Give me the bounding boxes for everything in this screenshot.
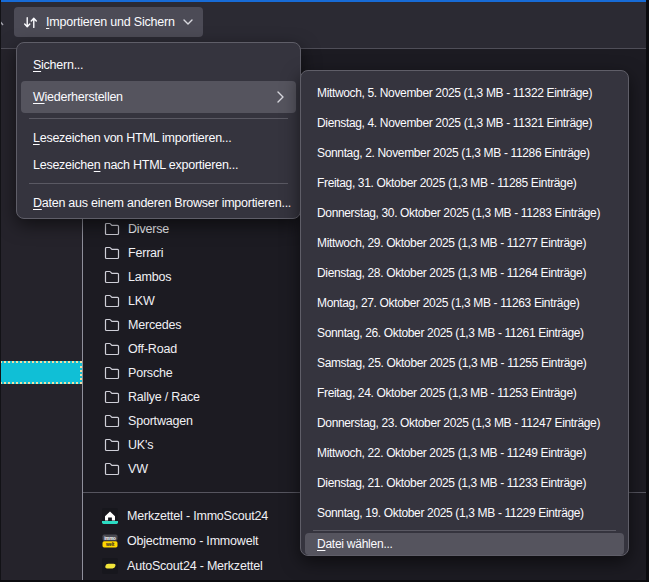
menu-separator xyxy=(29,118,288,119)
folder-icon xyxy=(104,341,120,357)
folder-label: Porsche xyxy=(128,366,172,380)
import-backup-menu: Sichern... Wiederherstellen Lesezeichen … xyxy=(16,42,301,219)
folder-icon xyxy=(104,389,120,405)
svg-text:welt: welt xyxy=(105,542,115,547)
folder-icon xyxy=(104,245,120,261)
bookmark-label: AutoScout24 - Merkzettel xyxy=(127,559,263,573)
folder-icon xyxy=(104,317,120,333)
sidebar-selected-item[interactable] xyxy=(0,361,82,384)
backup-entry[interactable]: Sonntag, 26. Oktober 2025 (1,3 MB - 1126… xyxy=(301,318,628,348)
menu-item-import-browser[interactable]: Daten aus einem anderen Browser importie… xyxy=(17,189,300,216)
import-backup-button[interactable]: Importieren und Sichern xyxy=(14,7,203,37)
backup-entry[interactable]: Mittwoch, 5. November 2025 (1,3 MB - 113… xyxy=(301,78,628,108)
import-export-icon xyxy=(23,15,38,30)
folder-label: VW xyxy=(128,462,148,476)
backup-entry[interactable]: Donnerstag, 23. Oktober 2025 (1,3 MB - 1… xyxy=(301,408,628,438)
menu-item-import-html[interactable]: Lesezeichen von HTML importieren... xyxy=(17,124,300,151)
menu-item-label: Wiederherstellen xyxy=(33,90,123,104)
menu-item-export-html[interactable]: Lesezeichen nach HTML exportieren... xyxy=(17,151,300,178)
backup-entry[interactable]: Mittwoch, 29. Oktober 2025 (1,3 MB - 112… xyxy=(301,228,628,258)
folder-label: LKW xyxy=(128,294,155,308)
backup-entry[interactable]: Dienstag, 21. Oktober 2025 (1,3 MB - 112… xyxy=(301,468,628,498)
folder-icon xyxy=(104,437,120,453)
window-border-left xyxy=(0,0,1,582)
window-accent-border xyxy=(0,0,649,2)
folder-icon xyxy=(104,293,120,309)
folder-icon xyxy=(104,461,120,477)
bookmark-label: Merkzettel - ImmoScout24 xyxy=(127,509,268,523)
menu-item-backup[interactable]: Sichern... xyxy=(17,49,300,81)
folder-label: Mercedes xyxy=(128,318,181,332)
backup-entry[interactable]: Samstag, 25. Oktober 2025 (1,3 MB - 1125… xyxy=(301,348,628,378)
menu-separator xyxy=(313,530,616,531)
backup-entry[interactable]: Dienstag, 4. November 2025 (1,3 MB - 113… xyxy=(301,108,628,138)
svg-text:immo: immo xyxy=(104,535,116,540)
library-window: Diverse Ferrari Lambos LKW Mercedes Off-… xyxy=(0,0,649,582)
folder-label: Sportwagen xyxy=(128,414,193,428)
menu-item-label: Daten aus einem anderen Browser importie… xyxy=(33,196,291,210)
backup-entry[interactable]: Sonntag, 2. November 2025 (1,3 MB - 1128… xyxy=(301,138,628,168)
folder-label: Diverse xyxy=(128,222,169,236)
folder-label: Rallye / Race xyxy=(128,390,200,404)
folder-icon xyxy=(104,269,120,285)
folder-label: UK's xyxy=(128,438,153,452)
backup-entry[interactable]: Montag, 27. Oktober 2025 (1,3 MB - 11263… xyxy=(301,288,628,318)
menu-item-choose-file[interactable]: Datei wählen... xyxy=(305,533,624,555)
backup-entry[interactable]: Sonntag, 19. Oktober 2025 (1,3 MB - 1122… xyxy=(301,498,628,528)
folder-label: Ferrari xyxy=(128,246,163,260)
backup-entry[interactable]: Dienstag, 28. Oktober 2025 (1,3 MB - 112… xyxy=(301,258,628,288)
menu-item-restore[interactable]: Wiederherstellen xyxy=(21,81,296,113)
list-item[interactable]: AutoScout24 - Merkzettel xyxy=(83,553,643,578)
menu-item-label: Sichern... xyxy=(33,58,83,72)
restore-submenu: Mittwoch, 5. November 2025 (1,3 MB - 113… xyxy=(300,70,629,556)
immoscout24-icon xyxy=(102,508,118,524)
backup-entry[interactable]: Mittwoch, 22. Oktober 2025 (1,3 MB - 112… xyxy=(301,438,628,468)
backup-entry[interactable]: Freitag, 31. Oktober 2025 (1,3 MB - 1128… xyxy=(301,168,628,198)
chevron-right-icon xyxy=(277,91,284,103)
bookmark-label: Objectmemo - Immowelt xyxy=(127,534,258,548)
import-backup-button-label: Importieren und Sichern xyxy=(46,15,175,29)
folder-icon xyxy=(104,413,120,429)
immowelt-icon: immowelt xyxy=(102,533,118,549)
chevron-down-icon xyxy=(183,19,193,25)
menu-item-label: Lesezeichen von HTML importieren... xyxy=(33,131,232,145)
menu-item-label: Lesezeichen nach HTML exportieren... xyxy=(33,158,238,172)
folder-label: Off-Road xyxy=(128,342,177,356)
folder-label: Lambos xyxy=(128,270,171,284)
folder-icon xyxy=(104,221,120,237)
autoscout24-icon xyxy=(102,558,118,574)
backup-entry[interactable]: Donnerstag, 30. Oktober 2025 (1,3 MB - 1… xyxy=(301,198,628,228)
menu-separator xyxy=(29,183,288,184)
backup-entry[interactable]: Freitag, 24. Oktober 2025 (1,3 MB - 1125… xyxy=(301,378,628,408)
menu-item-label: Datei wählen... xyxy=(317,537,393,551)
folder-icon xyxy=(104,365,120,381)
